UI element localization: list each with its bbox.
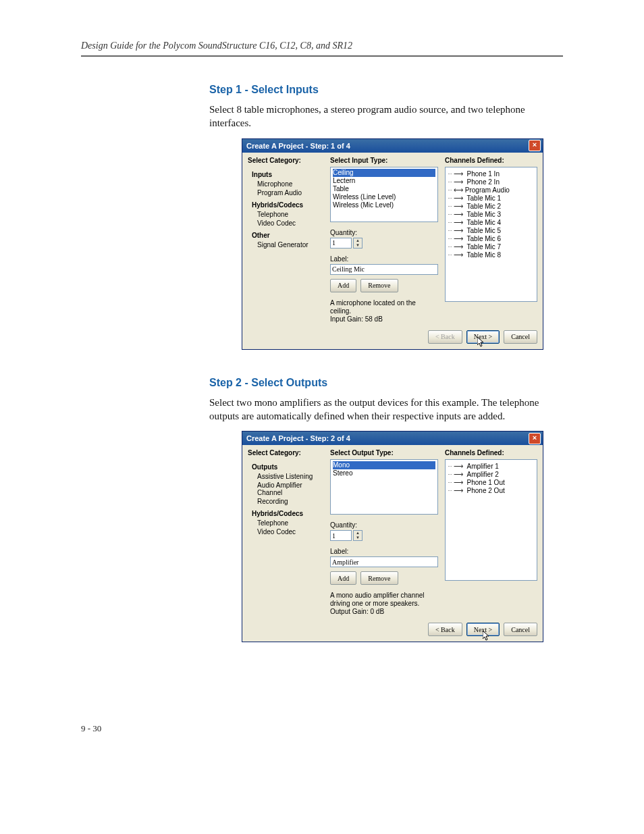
chevron-up-icon[interactable]: ▲	[354, 238, 362, 243]
type-option-stereo[interactable]: Stereo	[333, 469, 435, 477]
cancel-button[interactable]: Cancel	[504, 330, 537, 344]
category-item-telephone[interactable]: Telephone	[257, 519, 323, 527]
quantity-input[interactable]	[330, 238, 352, 249]
arrow-in-icon: ⟶	[454, 178, 467, 186]
input-type-list[interactable]: Ceiling Lectern Table Wireless (Line Lev…	[330, 167, 438, 222]
arrow-bidir-icon: ⟷	[454, 186, 465, 194]
category-header: Select Category:	[248, 449, 323, 457]
channel-item[interactable]: ⟶ Table Mic 8	[448, 251, 534, 259]
remove-button[interactable]: Remove	[360, 279, 398, 292]
channel-item[interactable]: ⟶ Table Mic 3	[448, 211, 534, 219]
running-header: Design Guide for the Polycom SoundStruct…	[81, 41, 644, 51]
category-group-other: Other	[252, 232, 323, 239]
chevron-down-icon[interactable]: ▼	[354, 536, 362, 540]
remove-button[interactable]: Remove	[360, 571, 398, 585]
description-line2: Input Gain: 58 dB	[330, 315, 438, 323]
wizard-dialog-step1: Create A Project - Step: 1 of 4 × Select…	[242, 138, 543, 350]
channel-item[interactable]: ⟶ Table Mic 5	[448, 227, 534, 235]
quantity-stepper[interactable]: ▲▼	[353, 530, 363, 541]
category-header: Select Category:	[248, 157, 323, 164]
channels-list[interactable]: ⟶ Amplifier 1 ⟶ Amplifier 2 ⟶ Phone 1 Ou…	[445, 459, 537, 581]
arrow-in-icon: ⟶	[454, 170, 467, 178]
titlebar[interactable]: Create A Project - Step: 1 of 4 ×	[242, 139, 543, 153]
arrow-in-icon: ⟶	[454, 211, 467, 218]
arrow-out-icon: ⟶	[454, 479, 467, 486]
next-button[interactable]: Next >	[466, 330, 500, 344]
channel-item[interactable]: ⟶ Phone 1 In	[448, 170, 534, 178]
channel-item[interactable]: ⟶ Phone 2 Out	[448, 487, 534, 495]
channel-item[interactable]: ⟶ Table Mic 2	[448, 203, 534, 211]
cancel-button[interactable]: Cancel	[504, 623, 537, 636]
channel-item[interactable]: ⟶ Table Mic 6	[448, 235, 534, 243]
category-item-program-audio[interactable]: Program Audio	[257, 189, 323, 197]
titlebar[interactable]: Create A Project - Step: 2 of 4 ×	[242, 432, 543, 445]
label-label: Label:	[330, 255, 438, 263]
category-item-microphone[interactable]: Microphone	[257, 180, 323, 188]
page-number: 9 - 30	[81, 723, 644, 734]
channels-header: Channels Defined:	[445, 157, 537, 164]
type-option-mono[interactable]: Mono	[333, 461, 435, 469]
channels-list[interactable]: ⟶ Phone 1 In ⟶ Phone 2 In ⟷ Program Audi…	[445, 167, 537, 302]
channels-header: Channels Defined:	[445, 449, 537, 457]
category-item-recording[interactable]: Recording	[257, 498, 323, 505]
type-option-ceiling[interactable]: Ceiling	[333, 169, 435, 177]
chevron-up-icon[interactable]: ▲	[354, 531, 362, 536]
channel-item[interactable]: ⟶ Table Mic 4	[448, 219, 534, 227]
output-type-list[interactable]: Mono Stereo	[330, 459, 438, 515]
quantity-input[interactable]	[330, 530, 352, 541]
back-button[interactable]: < Back	[428, 623, 462, 636]
category-item-video-codec[interactable]: Video Codec	[257, 528, 323, 536]
add-button[interactable]: Add	[330, 279, 356, 292]
window-title: Create A Project - Step: 2 of 4	[246, 434, 350, 442]
chevron-down-icon[interactable]: ▼	[354, 243, 362, 248]
arrow-out-icon: ⟶	[454, 463, 467, 470]
arrow-in-icon: ⟶	[454, 243, 467, 251]
category-group-hybrids: Hybrids/Codecs	[252, 201, 323, 209]
body-paragraph-step2: Select two mono amplifiers as the output…	[209, 396, 563, 423]
next-button[interactable]: Next >	[466, 623, 500, 636]
close-icon[interactable]: ×	[529, 433, 541, 444]
quantity-stepper[interactable]: ▲▼	[353, 238, 363, 249]
channel-item[interactable]: ⟷ Program Audio	[448, 186, 534, 194]
section-heading-step2: Step 2 - Select Outputs	[209, 377, 644, 389]
output-type-header: Select Output Type:	[330, 449, 438, 457]
category-group-hybrids: Hybrids/Codecs	[252, 510, 323, 517]
channel-item[interactable]: ⟶ Amplifier 1	[448, 463, 534, 471]
arrow-in-icon: ⟶	[454, 235, 467, 242]
back-button: < Back	[428, 330, 462, 344]
add-button[interactable]: Add	[330, 571, 356, 585]
category-group-outputs: Outputs	[252, 463, 323, 471]
type-option-lectern[interactable]: Lectern	[333, 177, 435, 185]
close-icon[interactable]: ×	[529, 140, 541, 151]
arrow-in-icon: ⟶	[454, 219, 467, 226]
wizard-dialog-step2: Create A Project - Step: 2 of 4 × Select…	[242, 431, 543, 642]
description-line1: A mono audio amplifier channel driving o…	[330, 592, 438, 608]
category-item-assistive[interactable]: Assistive Listening	[257, 473, 323, 480]
channel-item[interactable]: ⟶ Amplifier 2	[448, 471, 534, 479]
quantity-label: Quantity:	[330, 521, 438, 529]
category-item-telephone[interactable]: Telephone	[257, 211, 323, 218]
arrow-in-icon: ⟶	[454, 203, 467, 210]
category-item-signal-generator[interactable]: Signal Generator	[257, 241, 323, 249]
type-option-wireless-line[interactable]: Wireless (Line Level)	[333, 193, 435, 201]
category-item-video-codec[interactable]: Video Codec	[257, 219, 323, 227]
header-rule	[81, 55, 563, 57]
label-label: Label:	[330, 548, 438, 555]
label-input[interactable]	[330, 556, 438, 567]
input-type-header: Select Input Type:	[330, 157, 438, 164]
type-option-wireless-mic[interactable]: Wireless (Mic Level)	[333, 201, 435, 209]
channel-item[interactable]: ⟶ Phone 1 Out	[448, 479, 534, 487]
section-heading-step1: Step 1 - Select Inputs	[209, 84, 644, 96]
window-title: Create A Project - Step: 1 of 4	[246, 142, 350, 150]
arrow-in-icon: ⟶	[454, 227, 467, 234]
body-paragraph-step1: Select 8 table microphones, a stereo pro…	[209, 103, 563, 130]
label-input[interactable]	[330, 264, 438, 275]
type-option-table[interactable]: Table	[333, 185, 435, 193]
channel-item[interactable]: ⟶ Table Mic 7	[448, 243, 534, 251]
channel-item[interactable]: ⟶ Phone 2 In	[448, 178, 534, 186]
description-line2: Output Gain: 0 dB	[330, 608, 438, 616]
category-group-inputs: Inputs	[252, 171, 323, 178]
description-line1: A microphone located on the ceiling.	[330, 299, 438, 315]
channel-item[interactable]: ⟶ Table Mic 1	[448, 194, 534, 203]
category-item-amp-channel[interactable]: Audio Amplifier Channel	[257, 481, 323, 496]
